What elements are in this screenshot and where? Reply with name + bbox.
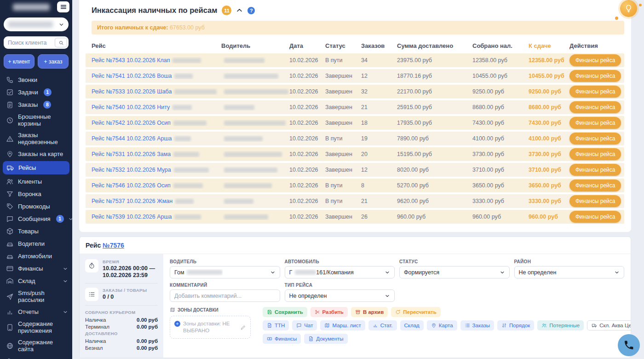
chat-button[interactable]: Чат (292, 320, 317, 330)
help-button[interactable]: ? (247, 7, 255, 14)
trip-finances-button[interactable]: Финансы рейса (569, 180, 621, 191)
trip-number-link[interactable]: №7576 (103, 242, 124, 249)
sidebar-item-messages[interactable]: Сообщения1 (0, 213, 72, 225)
sidebar-item-orders-on-map[interactable]: Заказы на карте (0, 148, 72, 160)
search-button[interactable] (55, 38, 67, 47)
sidebar-item-funnel[interactable]: Воронка (0, 188, 72, 200)
warehouse-button[interactable]: Склад (400, 320, 424, 330)
map-button[interactable]: Карта (427, 320, 457, 330)
trip-link[interactable]: Рейс №7532 10.02.2026 Мура (92, 167, 171, 173)
trip-type-select[interactable]: Не определен (285, 290, 395, 302)
trip-finances-button[interactable]: Финансы рейса (569, 211, 621, 223)
terminal-label: Терминал (85, 324, 109, 330)
sidebar-item-calls[interactable]: Звонки (0, 74, 72, 86)
sidebar-item-drivers[interactable]: Водители (0, 237, 72, 250)
status-select[interactable]: Формируется (399, 266, 510, 278)
save-button[interactable]: Сохранить (263, 307, 307, 317)
order-sequence-button[interactable]: Порядок (497, 320, 534, 330)
paper-plane-icon (6, 293, 14, 301)
trip-link[interactable]: Рейс №7531 10.02.2026 Зама (92, 151, 171, 157)
sidebar-item-vehicles[interactable]: Автомобили (0, 250, 72, 262)
trip-finances-button[interactable]: Финансы рейса (569, 86, 621, 98)
document-icon (308, 336, 314, 342)
split-trip-button[interactable]: Разбить (310, 307, 348, 317)
redacted-trip-name (174, 214, 201, 220)
delivery-zones-block: ЗОНЫ ДОСТАВКИ + Зоны доставки: НЕ ВЫБРАН… (170, 307, 251, 339)
ttn-button[interactable]: ТТН (263, 320, 289, 330)
trip-link[interactable]: Рейс №7537 10.02.2026 Жман (92, 198, 172, 204)
lost-orders-button[interactable]: Потерянные (537, 320, 584, 330)
trip-link[interactable]: Рейс №7543 10.02.2026 Клап (92, 57, 170, 64)
district-select[interactable]: Не определен (514, 266, 625, 278)
vehicle-select[interactable]: Г161/Компания (285, 266, 395, 278)
trip-finances-button[interactable]: Финансы рейса (569, 133, 621, 145)
comment-input[interactable] (174, 293, 276, 299)
table-row: Рейс №7542 10.02.2026 Осип 10.02.2026 За… (86, 116, 624, 130)
sidebar-item-site-content[interactable]: Содержание сайта (0, 336, 72, 355)
bulb-sparkle-dot (615, 17, 618, 20)
page-title: Инкассация наличных по рейсам (92, 6, 217, 15)
sidebar-item-finance[interactable]: Финансы (0, 262, 72, 275)
cashless-value: 0.00 руб (137, 345, 158, 351)
sidebar-item-orders[interactable]: Заказы8 (0, 98, 72, 111)
documents-button[interactable]: Документы (304, 334, 347, 344)
trip-link[interactable]: Рейс №7540 10.02.2026 Ниту (92, 104, 170, 110)
orders-button[interactable]: Заказы (460, 320, 494, 330)
tips-bulb-button[interactable] (620, 0, 637, 17)
sidebar-item-app-content[interactable]: Содержание приложения (0, 318, 72, 336)
collected-cash-cell: 3710.00 руб (472, 167, 529, 173)
route-sheet-button[interactable]: Марш. лист (320, 320, 365, 330)
sidebar-item-clients[interactable]: Клиенты (0, 175, 72, 188)
sidebar-item-undelivered-orders[interactable]: Заказы недовезенные (0, 129, 72, 148)
call-fab-button[interactable] (618, 334, 640, 356)
redacted-driver-name (224, 168, 277, 173)
sidebar-item-tasks[interactable]: Задачи1 (0, 86, 72, 98)
trip-finances-button[interactable]: Финансы рейса (569, 54, 621, 66)
zones-picker[interactable]: + Зоны доставки: НЕ ВЫБРАНО (170, 316, 251, 339)
collected-cash-cell: 3730.00 руб (472, 151, 529, 157)
search-input[interactable] (8, 40, 53, 46)
stats-button[interactable]: Стат. (368, 320, 397, 330)
recalculate-button[interactable]: Пересчитать (391, 307, 441, 317)
redacted-trip-name (173, 121, 207, 126)
collected-cash-cell: 10455.00 руб (472, 73, 529, 79)
driver-field: ВОДИТЕЛЬ Гом (170, 259, 280, 278)
trip-finances-button[interactable]: Финансы рейса (569, 164, 621, 176)
trip-link[interactable]: Рейс №7546 10.02.2026 Осип (92, 182, 171, 189)
actions-cell: Финансы рейса (569, 195, 625, 207)
due-cell: 3710.00 руб (529, 167, 569, 173)
sidebar-item-abandoned-carts[interactable]: Брошенные корзины (0, 111, 72, 129)
terminal-value: 0.00 руб (137, 324, 158, 330)
sidebar-item-trips[interactable]: Рейсы (3, 161, 69, 174)
warning-triangle-icon (6, 135, 14, 143)
trip-link[interactable]: Рейс №7542 10.02.2026 Осип (92, 120, 171, 126)
sidebar-item-sms-push[interactable]: Sms/push рассылки (0, 287, 72, 306)
sidebar-item-users[interactable]: Пользователи (0, 355, 72, 359)
trip-link[interactable]: Рейс №7533 10.02.2026 Шаба (92, 88, 172, 95)
sidebar-item-warehouse[interactable]: Склад (0, 275, 72, 287)
add-client-button[interactable]: + клиент (4, 54, 34, 69)
trip-finances-button[interactable]: Финансы рейса (569, 70, 621, 82)
orders-count-cell: 21 (361, 104, 397, 110)
trip-finances-button[interactable]: Финансы рейса (569, 148, 621, 160)
driver-select[interactable]: Гом (170, 266, 280, 278)
finances-button[interactable]: Финансы (263, 334, 301, 344)
trip-finances-button[interactable]: Финансы рейса (569, 195, 621, 207)
warehouse-source-button[interactable]: Скл. Аква Центр Ростов-на-Дону (587, 320, 631, 330)
archive-button[interactable]: В архив (351, 307, 388, 317)
sidebar-item-products[interactable]: Товары (0, 225, 72, 237)
hamburger-menu-button[interactable] (57, 1, 69, 12)
date-cell: 10.02.2026 (289, 120, 325, 126)
trip-link[interactable]: Рейс №7544 10.02.2026 Арша (92, 135, 172, 142)
edit-pencil-icon[interactable] (240, 324, 246, 330)
sidebar-item-promocodes[interactable]: Промокоды (0, 200, 72, 213)
add-order-button[interactable]: + заказ (38, 54, 69, 69)
trip-finances-button[interactable]: Финансы рейса (569, 101, 621, 113)
sidebar-item-reports[interactable]: Отчеты (0, 306, 72, 318)
trip-link[interactable]: Рейс №7541 10.02.2026 Воша (92, 73, 172, 79)
trip-cell: Рейс №7546 10.02.2026 Осип (86, 182, 221, 189)
collapse-section-button[interactable] (236, 7, 243, 14)
trip-link[interactable]: Рейс №7539 10.02.2026 Арша (92, 214, 172, 220)
trip-finances-button[interactable]: Финансы рейса (569, 117, 621, 129)
store-selector[interactable] (4, 17, 69, 31)
